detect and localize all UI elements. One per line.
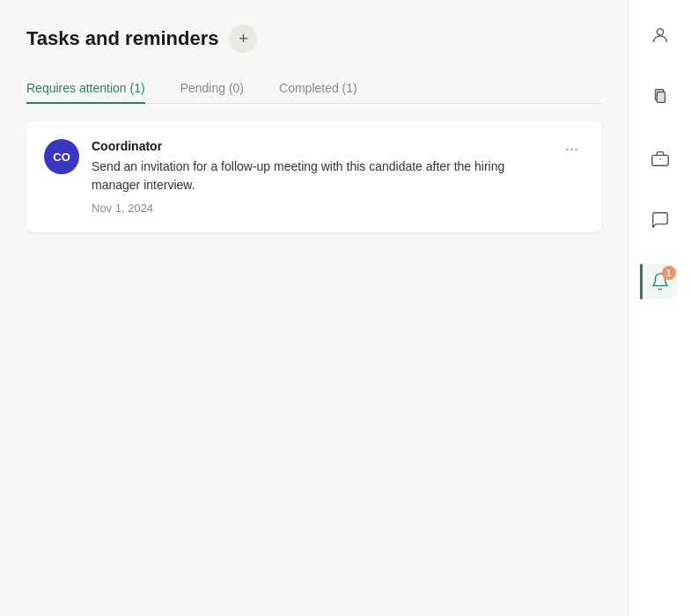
documents-icon	[651, 87, 670, 106]
sidebar-icon-documents[interactable]	[643, 79, 678, 114]
right-sidebar: 1	[628, 0, 691, 616]
svg-point-0	[657, 29, 663, 35]
task-description: Send an invitation for a follow-up meeti…	[92, 158, 548, 194]
task-card: CO Coordinator Send an invitation for a …	[26, 121, 601, 232]
page-header: Tasks and reminders +	[26, 25, 601, 53]
add-task-button[interactable]: +	[229, 25, 257, 53]
tab-requires-attention[interactable]: Requires attention (1)	[26, 74, 145, 104]
notification-badge: 1	[662, 266, 676, 280]
avatar: CO	[44, 139, 79, 174]
task-assignee: Coordinator	[92, 139, 548, 153]
briefcase-icon	[651, 149, 670, 168]
user-icon	[651, 26, 670, 45]
sidebar-icon-briefcase[interactable]	[643, 141, 678, 176]
sidebar-icon-user[interactable]	[643, 18, 678, 53]
sidebar-icon-chat[interactable]	[643, 202, 678, 238]
main-content: Tasks and reminders + Requires attention…	[0, 0, 628, 616]
svg-rect-3	[651, 155, 667, 165]
tab-completed[interactable]: Completed (1)	[279, 74, 357, 104]
tabs-container: Requires attention (1) Pending (0) Compl…	[26, 74, 601, 104]
sidebar-icon-notifications[interactable]: 1	[640, 264, 678, 299]
task-menu-button[interactable]: ···	[560, 139, 584, 158]
svg-rect-2	[657, 92, 665, 103]
page-title: Tasks and reminders	[26, 27, 218, 50]
task-date: Nov 1, 2024	[92, 202, 548, 215]
chat-icon	[651, 210, 670, 230]
task-body: Coordinator Send an invitation for a fol…	[92, 139, 548, 215]
tab-pending[interactable]: Pending (0)	[180, 74, 244, 104]
